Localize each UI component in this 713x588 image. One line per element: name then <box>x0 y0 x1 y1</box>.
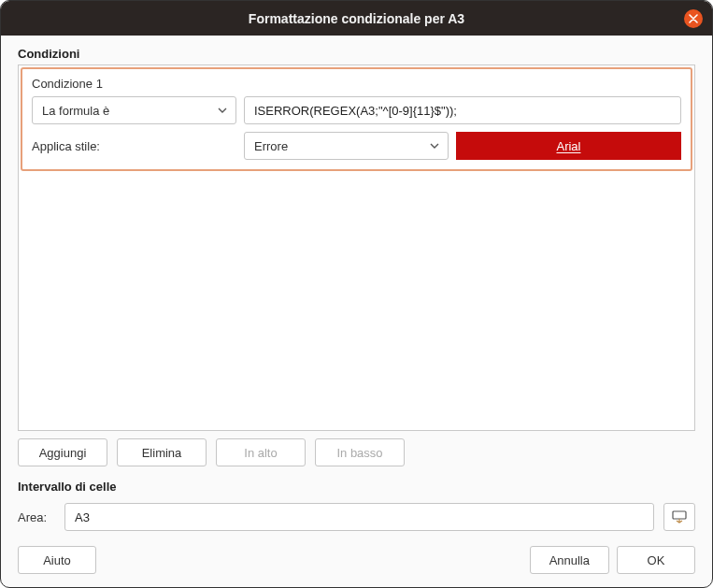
shrink-icon <box>672 510 687 523</box>
titlebar: Formattazione condizionale per A3 <box>1 1 712 36</box>
svg-rect-0 <box>673 511 686 519</box>
ok-button[interactable]: OK <box>617 546 695 574</box>
condition-buttons: Aggiungi Elimina In alto In basso <box>18 438 695 466</box>
condition-type-select[interactable]: La formula è <box>32 96 236 124</box>
conditions-frame: Condizione 1 La formula è Applica stile:… <box>18 65 695 431</box>
delete-button[interactable]: Elimina <box>117 438 207 466</box>
close-icon <box>689 14 698 23</box>
help-button[interactable]: Aiuto <box>18 546 96 574</box>
dialog-window: Formattazione condizionale per A3 Condiz… <box>0 0 713 588</box>
dialog-footer: Aiuto Annulla OK <box>18 546 695 574</box>
add-button[interactable]: Aggiungi <box>18 438 107 466</box>
range-input[interactable] <box>64 503 654 531</box>
conditions-section-title: Condizioni <box>18 47 695 61</box>
style-select-value: Errore <box>254 139 288 153</box>
range-label: Area: <box>18 510 55 524</box>
style-preview-text: Arial <box>556 139 580 153</box>
condition-label: Condizione 1 <box>32 77 681 91</box>
style-preview: Arial <box>456 132 681 160</box>
condition-type-value: La formula è <box>42 104 109 118</box>
formula-input[interactable] <box>244 96 681 124</box>
apply-style-label: Applica stile: <box>32 139 236 153</box>
down-button[interactable]: In basso <box>315 438 405 466</box>
up-button[interactable]: In alto <box>216 438 306 466</box>
window-title: Formattazione condizionale per A3 <box>249 11 464 26</box>
cancel-button[interactable]: Annulla <box>530 546 609 574</box>
style-select[interactable]: Errore <box>244 132 449 160</box>
dialog-content: Condizioni Condizione 1 La formula è App… <box>1 36 712 587</box>
shrink-button[interactable] <box>663 503 695 531</box>
condition-panel[interactable]: Condizione 1 La formula è Applica stile:… <box>21 67 692 171</box>
range-section-title: Intervallo di celle <box>18 480 695 494</box>
close-button[interactable] <box>684 9 703 28</box>
